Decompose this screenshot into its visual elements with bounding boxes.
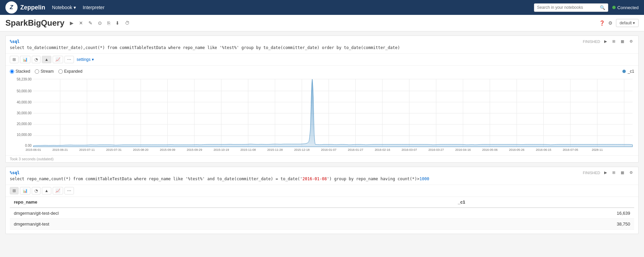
stacked-radio[interactable]: Stacked	[10, 69, 30, 74]
cell-2-expand-btn[interactable]: ⊞	[611, 170, 617, 176]
nav-interpreter[interactable]: Interpreter	[83, 5, 105, 10]
cell-1-header: %sql select to_date(committer_date),coun…	[6, 36, 638, 54]
nav-notebook-label: Notebook	[52, 5, 72, 10]
cell-2-area-chart-btn[interactable]: ▲	[42, 187, 51, 194]
cell-1-bar-chart-btn[interactable]: 📊	[20, 56, 30, 63]
cell-2-status: FINISHED ▶ ⊞ ▦ ⚙	[583, 170, 634, 176]
cell-1-line-chart-btn[interactable]: 📈	[53, 56, 63, 63]
cell-1: %sql select to_date(committer_date),coun…	[5, 36, 639, 163]
chart-legend-row: Stacked Stream Expanded _c1	[10, 69, 634, 74]
cell-2-header: %sql select repo_name,count(*) from comm…	[6, 167, 638, 185]
clone-button[interactable]: ⎘	[106, 20, 111, 26]
cell-1-table-btn[interactable]: ▦	[619, 39, 625, 44]
cell-2-scatter-btn[interactable]: ⋯	[64, 187, 74, 194]
col-repo-name-header: repo_name	[10, 197, 454, 208]
app-header: Z Zeppelin Notebook ▾ Interpreter 🔍 Conn…	[0, 0, 644, 15]
page-title: SparkBigQuery	[5, 18, 64, 28]
edit-button[interactable]: ✎	[87, 20, 94, 26]
cell-1-chart-area: Stacked Stream Expanded _c1	[6, 66, 638, 155]
cell-1-expand-btn[interactable]: ⊞	[611, 39, 617, 44]
area-chart-svg: 58,239.00 50,000.00 40,000.00 30,000.00 …	[10, 76, 634, 151]
chart-svg-container: 58,239.00 50,000.00 40,000.00 30,000.00 …	[10, 76, 634, 152]
cell-2-run-btn[interactable]: ▶	[603, 170, 608, 176]
svg-text:40,000.00: 40,000.00	[17, 100, 32, 104]
svg-text:30,000.00: 30,000.00	[17, 111, 32, 115]
cell-1-pie-chart-btn[interactable]: ◔	[32, 56, 41, 63]
expanded-label: Expanded	[64, 69, 82, 74]
stream-radio[interactable]: Stream	[35, 69, 54, 74]
svg-text:2016-02-16: 2016-02-16	[375, 148, 390, 151]
connected-badge: Connected	[612, 5, 639, 10]
table-row: dmgerman/git-test-decl 16,639	[10, 208, 634, 219]
nav-interpreter-label: Interpreter	[83, 5, 105, 10]
svg-text:2016-01-07: 2016-01-07	[321, 148, 337, 151]
cell-2-tag: %sql	[10, 170, 20, 175]
connected-label: Connected	[617, 5, 639, 10]
cell-1-table-view-btn[interactable]: ⊞	[10, 56, 19, 63]
delete-button[interactable]: ⊙	[97, 20, 103, 26]
settings-icon[interactable]: ⚙	[608, 20, 613, 26]
svg-text:2015-08-20: 2015-08-20	[133, 148, 149, 151]
export-button[interactable]: ⬇	[114, 20, 121, 26]
cell-1-settings-btn[interactable]: ⚙	[628, 39, 634, 44]
nav-notebook[interactable]: Notebook ▾	[52, 5, 76, 10]
nav-notebook-arrow: ▾	[74, 5, 76, 10]
stream-label: Stream	[41, 69, 54, 74]
search-box[interactable]: 🔍	[534, 3, 608, 12]
legend-dot	[622, 70, 626, 73]
cell-2-table-btn[interactable]: ▦	[619, 170, 625, 176]
logo-icon: Z	[5, 1, 18, 14]
cell-1-code: %sql select to_date(committer_date),coun…	[10, 39, 580, 51]
cell-1-area-chart-btn[interactable]: ▲	[42, 56, 51, 63]
svg-text:2015-09-29: 2015-09-29	[187, 148, 202, 151]
svg-text:2015-11-08: 2015-11-08	[240, 148, 256, 151]
svg-text:2015-07-11: 2015-07-11	[79, 148, 95, 151]
cell-2-bar-chart-btn[interactable]: 📊	[20, 187, 30, 194]
default-button[interactable]: default ▾	[616, 19, 639, 27]
svg-text:2015-11-28: 2015-11-28	[267, 148, 283, 151]
cell-1-tag: %sql	[10, 39, 20, 44]
cell-1-scatter-btn[interactable]: ⋯	[64, 56, 74, 63]
svg-text:2016-05-26: 2016-05-26	[509, 148, 525, 151]
cell-1-run-btn[interactable]: ▶	[603, 39, 608, 44]
svg-text:2016-07-05: 2016-07-05	[563, 148, 578, 151]
stop-button[interactable]: ✕	[78, 20, 84, 26]
c1-cell-1: 16,639	[454, 208, 634, 219]
cell-1-footer-text: Took 3 seconds (outdated)	[10, 157, 54, 161]
cell-1-code-text: select to_date(committer_date),count(*) …	[10, 45, 400, 50]
cell-2-table-area: repo_name _c1 dmgerman/git-test-decl 16,…	[6, 197, 638, 234]
col-c1-header: _c1	[454, 197, 634, 208]
svg-text:2016-06-15: 2016-06-15	[536, 148, 552, 151]
title-bar: SparkBigQuery ▶ ✕ ✎ ⊙ ⎘ ⬇ ⏱ ❓ ⚙ default …	[0, 15, 644, 31]
chart-type-radio-group: Stacked Stream Expanded	[10, 69, 82, 74]
svg-text:2015-06-21: 2015-06-21	[52, 148, 68, 151]
svg-text:2016-05-06: 2016-05-06	[482, 148, 498, 151]
cell-2-settings-btn[interactable]: ⚙	[628, 170, 634, 176]
svg-text:2016-04-16: 2016-04-16	[455, 148, 471, 151]
cell-2-line-chart-btn[interactable]: 📈	[53, 187, 63, 194]
legend-c1-label: _c1	[628, 69, 634, 74]
cell-2-pie-chart-btn[interactable]: ◔	[32, 187, 41, 194]
logo-text: Zeppelin	[20, 4, 45, 11]
cell-1-settings-dropdown[interactable]: settings ▾	[77, 57, 94, 62]
svg-text:10,000.00: 10,000.00	[17, 133, 32, 137]
cell-2-code-text1: select repo_name,count(*) from commitTab…	[10, 177, 429, 181]
cell-1-footer: Took 3 seconds (outdated)	[6, 155, 638, 162]
svg-text:2028-11: 2028-11	[592, 148, 603, 151]
cell-1-status: FINISHED ▶ ⊞ ▦ ⚙	[583, 39, 634, 44]
cell-2-status-text: FINISHED	[583, 171, 600, 175]
logo: Z Zeppelin	[5, 1, 45, 14]
run-button[interactable]: ▶	[69, 20, 75, 26]
schedule-button[interactable]: ⏱	[124, 20, 131, 26]
svg-text:2016-03-07: 2016-03-07	[402, 148, 417, 151]
search-input[interactable]	[537, 5, 598, 10]
cell-2-table-view-btn[interactable]: ⊞	[10, 187, 19, 194]
help-icon[interactable]: ❓	[599, 20, 605, 26]
repo-name-cell-2: dmgerman/git-test	[10, 219, 454, 230]
search-icon[interactable]: 🔍	[600, 5, 605, 10]
chart-legend-right: _c1	[622, 69, 634, 74]
repo-name-cell-1: dmgerman/git-test-decl	[10, 208, 454, 219]
title-icons: ▶ ✕ ✎ ⊙ ⎘ ⬇ ⏱	[69, 20, 131, 26]
svg-text:2016-03-27: 2016-03-27	[428, 148, 444, 151]
expanded-radio[interactable]: Expanded	[58, 69, 82, 74]
